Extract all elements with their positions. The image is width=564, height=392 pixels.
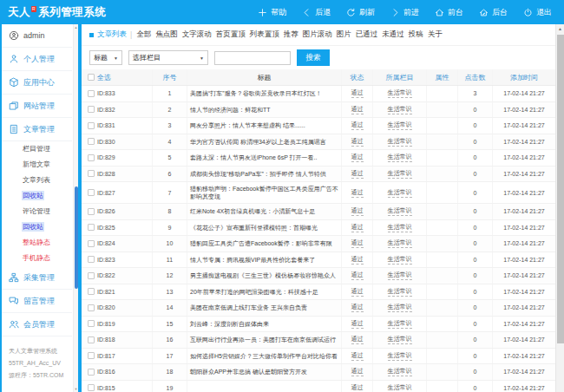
category-link[interactable]: 生活常识 xyxy=(388,335,412,344)
category-link[interactable]: 生活常识 xyxy=(388,153,412,162)
category-link[interactable]: 生活常识 xyxy=(388,319,412,329)
status-link[interactable]: 通过 xyxy=(351,137,364,147)
row-title-link[interactable]: 美团搞“打车”服务？谷歌街景竟收录日本红灯区！ xyxy=(187,86,342,101)
row-checkbox[interactable] xyxy=(88,272,95,279)
row-checkbox[interactable] xyxy=(88,170,95,177)
filter-link[interactable]: 列表置顶 xyxy=(250,29,279,40)
category-link[interactable]: 生活常识 xyxy=(388,121,412,130)
status-link[interactable]: 通过 xyxy=(351,351,364,361)
category-link[interactable]: 生活常识 xyxy=(388,223,412,232)
filter-link[interactable]: 已通过 xyxy=(356,29,378,40)
category-link[interactable]: 生活常识 xyxy=(388,287,412,297)
row-title-link[interactable]: 刘云峰：深度剖析自媒体由来 xyxy=(187,317,342,332)
scroll-up-icon[interactable] xyxy=(556,24,564,34)
sidebar-item-app-center[interactable]: 应用中心 xyxy=(2,71,72,95)
row-title-link[interactable]: 成都街头惊现“移动PaPa车”：招手即停 情人节特供 xyxy=(187,167,342,182)
status-link[interactable]: 通过 xyxy=(351,206,364,216)
category-link[interactable]: 生活常识 xyxy=(388,105,412,114)
header-nav-item[interactable]: 刷新 xyxy=(346,7,375,18)
row-checkbox[interactable] xyxy=(88,189,95,196)
row-title-link[interactable]: 情人节的经济问题：鲜花和TT xyxy=(187,102,342,118)
filter-link[interactable]: 图片滚动 xyxy=(303,29,332,40)
field-select[interactable]: 标题 ▼ xyxy=(89,50,122,65)
sidebar-user[interactable]: admin xyxy=(2,24,72,48)
category-link[interactable]: 生活常识 xyxy=(388,303,412,312)
category-link[interactable]: 生活常识 xyxy=(388,188,412,198)
row-checkbox[interactable] xyxy=(88,256,95,263)
status-link[interactable]: 通过 xyxy=(351,303,364,312)
category-link[interactable]: 生活常识 xyxy=(388,255,412,265)
row-title-link[interactable]: 《花花公子》宣布重新刊登裸模特照：首期曝光 xyxy=(187,220,342,236)
status-link[interactable]: 通过 xyxy=(351,238,364,248)
filter-link[interactable]: 全部 xyxy=(136,29,151,40)
row-checkbox[interactable] xyxy=(88,240,95,247)
sidebar-subitem[interactable]: 新增文章 xyxy=(2,157,72,173)
sidebar-subitem[interactable]: 回收站 xyxy=(2,219,72,235)
filter-link[interactable]: 推荐 xyxy=(284,29,298,40)
row-checkbox[interactable] xyxy=(88,288,95,295)
status-link[interactable]: 通过 xyxy=(351,287,364,297)
category-link[interactable]: 生活常识 xyxy=(388,383,412,392)
row-checkbox[interactable] xyxy=(88,320,95,327)
sidebar-item-collect-mgmt[interactable]: 采集管理 xyxy=(2,266,72,290)
status-link[interactable]: 通过 xyxy=(351,153,364,162)
filter-link[interactable]: 图片 xyxy=(337,29,351,40)
status-link[interactable]: 通过 xyxy=(351,223,364,232)
status-link[interactable]: 通过 xyxy=(351,335,364,344)
status-link[interactable]: 通过 xyxy=(351,105,364,114)
header-nav-item[interactable]: 前进 xyxy=(390,7,419,18)
category-select[interactable]: 选择栏目 ▼ xyxy=(128,50,208,65)
select-all-checkbox[interactable] xyxy=(88,74,95,81)
header-nav-item[interactable]: 后退 xyxy=(302,7,331,18)
row-title-link[interactable]: 如何选择H5营销媒介？三大微传单制作平台对比给你看 xyxy=(187,349,342,364)
filter-link[interactable]: 文字滚动 xyxy=(182,29,212,40)
row-checkbox[interactable] xyxy=(88,336,95,343)
content-scroll-thumb[interactable] xyxy=(557,35,564,343)
category-link[interactable]: 生活常识 xyxy=(388,238,412,248)
header-nav-item[interactable]: 帮助 xyxy=(258,7,286,18)
row-title-link[interactable]: 美团在南京低调上线打车业务 王兴亲自负责 xyxy=(187,300,342,316)
sidebar-scrollbar[interactable] xyxy=(73,24,78,392)
scroll-up-icon[interactable] xyxy=(74,24,78,30)
filter-link[interactable]: 首页置顶 xyxy=(216,29,246,40)
category-link[interactable]: 生活常识 xyxy=(388,137,412,147)
row-checkbox[interactable] xyxy=(88,224,95,231)
status-link[interactable]: 通过 xyxy=(351,319,364,329)
status-link[interactable]: 通过 xyxy=(351,271,364,280)
status-link[interactable]: 通过 xyxy=(351,169,364,179)
sidebar-item-member-mgmt[interactable]: 会员管理 xyxy=(2,313,72,336)
row-checkbox[interactable] xyxy=(88,154,95,161)
row-title-link[interactable]: 套路太深：情人节男友送iPhone 6sP 打开一看.. xyxy=(187,150,342,166)
sidebar-item-site-mgmt[interactable]: 网站管理 xyxy=(2,95,72,118)
row-title-link[interactable]: 20年前苹果打造的网吧渲染图曝光：科技感十足 xyxy=(187,284,342,300)
row-title-link[interactable]: 朝阳群众APP并非恶搞 确认是朝阳警方开发 xyxy=(187,364,342,380)
row-checkbox[interactable] xyxy=(88,352,95,359)
row-checkbox[interactable] xyxy=(88,90,95,97)
search-input[interactable] xyxy=(214,51,291,65)
sidebar-item-personal[interactable]: 个人管理 xyxy=(2,48,72,71)
status-link[interactable]: 通过 xyxy=(351,255,364,265)
sidebar-item-message-mgmt[interactable]: 留言管理 xyxy=(2,290,72,313)
row-checkbox[interactable] xyxy=(88,384,95,391)
category-link[interactable]: 生活常识 xyxy=(388,169,412,179)
row-checkbox[interactable] xyxy=(88,369,95,376)
row-checkbox[interactable] xyxy=(88,138,95,145)
row-title-link[interactable]: 互联网出行行业再添一员：美团打车在南京低调试运行 xyxy=(187,332,342,348)
sidebar-subitem[interactable]: 整站静态 xyxy=(2,235,72,251)
row-checkbox[interactable] xyxy=(88,106,95,113)
sidebar-subitem[interactable]: 文章列表 xyxy=(2,173,72,188)
row-checkbox[interactable] xyxy=(88,122,95,129)
row-title-link[interactable]: 情人节专属：腾讯视频VIP最具性价比套餐来了 xyxy=(187,252,342,268)
search-button[interactable]: 搜索 xyxy=(297,49,330,66)
row-title-link[interactable]: 网友分享照片：情人节本来想虚构 结果...... xyxy=(187,118,342,134)
filter-link[interactable]: 投稿 xyxy=(409,29,423,40)
row-title-link[interactable]: 华为官方否认传闻 称清理34岁以上老员工纯属谣言 xyxy=(187,134,342,150)
category-link[interactable]: 生活常识 xyxy=(388,367,412,376)
row-title-link[interactable]: 红米Note 4X初音绿真机曝光：小清新气息十足 xyxy=(187,204,342,219)
sidebar-subitem[interactable]: 栏目管理 xyxy=(2,141,72,157)
sidebar-scroll-thumb[interactable] xyxy=(75,186,78,290)
category-link[interactable]: 生活常识 xyxy=(388,351,412,361)
row-title-link[interactable]: 男主播痴迷电视剧《三生三世》模仿杨幂妆容惊艳众人 xyxy=(187,268,342,284)
status-link[interactable]: 通过 xyxy=(351,367,364,376)
filter-link[interactable]: 未通过 xyxy=(382,29,404,40)
